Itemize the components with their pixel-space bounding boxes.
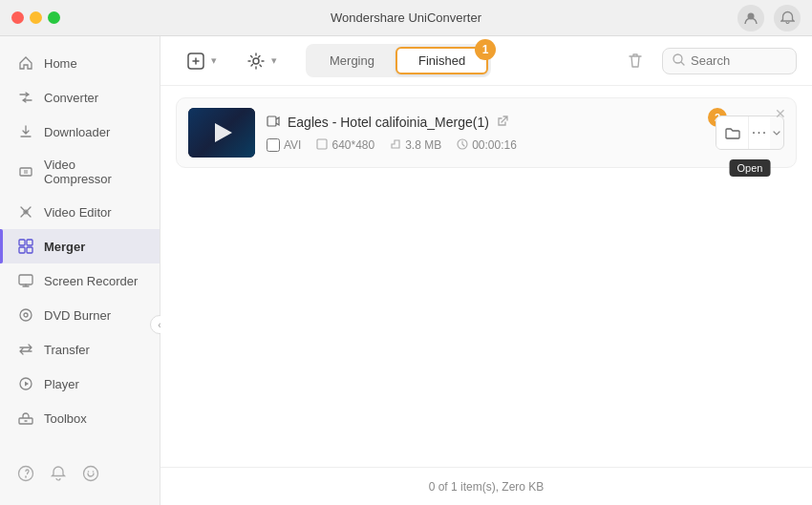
sidebar-label-video-compressor: Video Compressor [44, 158, 142, 186]
file-item: Eagles - Hotel califoinia_Merge(1) AVI [176, 97, 797, 168]
video-editor-icon [17, 203, 34, 221]
svg-rect-6 [27, 247, 32, 253]
merger-icon [17, 238, 34, 255]
status-bar: 0 of 1 item(s), Zero KB [160, 467, 812, 505]
dropdown-chevron[interactable] [770, 116, 783, 149]
duration-icon [457, 138, 468, 152]
size-icon [390, 138, 401, 152]
sidebar-item-transfer[interactable]: Transfer [0, 332, 160, 367]
minimize-window-button[interactable] [30, 11, 42, 24]
maximize-window-button[interactable] [48, 11, 60, 24]
svg-rect-4 [27, 240, 32, 245]
search-icon [673, 53, 685, 69]
step1-badge: 1 [475, 39, 496, 60]
sidebar-item-home[interactable]: Home [0, 46, 160, 80]
file-size: 3.8 MB [405, 138, 441, 152]
svg-rect-20 [317, 139, 327, 149]
video-compressor-icon [17, 163, 34, 180]
notification-icon[interactable] [774, 5, 801, 32]
tab-group: Merging Finished 1 [306, 44, 491, 77]
svg-rect-5 [19, 247, 25, 253]
titlebar-icons [737, 5, 801, 32]
file-resolution: 640*480 [331, 138, 374, 152]
app-title: Wondershare UniConverter [331, 11, 481, 25]
file-thumbnail [188, 108, 255, 158]
delete-button[interactable] [618, 44, 652, 78]
window-controls [11, 11, 60, 24]
file-duration: 00:00:16 [472, 138, 517, 152]
file-close-button[interactable]: ✕ [775, 106, 786, 121]
settings-button[interactable]: ▾ [236, 45, 287, 77]
sidebar-label-home: Home [44, 56, 77, 71]
bell-icon[interactable] [50, 465, 67, 486]
sidebar-item-screen-recorder[interactable]: Screen Recorder [0, 263, 160, 298]
sidebar-footer [0, 455, 160, 495]
svg-point-15 [93, 471, 95, 473]
sidebar-label-toolbox: Toolbox [44, 411, 87, 426]
svg-point-17 [253, 58, 259, 64]
feedback-icon[interactable] [82, 465, 99, 486]
sidebar-item-video-editor[interactable]: Video Editor [0, 195, 160, 229]
dvd-burner-icon [17, 306, 34, 324]
toolbar: ▾ ▾ Merging Finished 1 [160, 36, 812, 86]
open-tooltip: Open [730, 159, 771, 177]
sidebar-label-screen-recorder: Screen Recorder [44, 274, 138, 288]
content-area: ▾ ▾ Merging Finished 1 [160, 36, 812, 505]
sidebar-item-toolbox[interactable]: Toolbox [0, 401, 160, 435]
user-avatar[interactable] [737, 5, 764, 32]
sidebar-label-transfer: Transfer [44, 343, 90, 357]
settings-chevron-icon: ▾ [271, 54, 277, 67]
sidebar-label-dvd-burner: DVD Burner [44, 308, 111, 323]
more-options-button[interactable]: ··· [749, 116, 770, 149]
file-checkbox[interactable] [267, 138, 280, 152]
sidebar-label-converter: Converter [44, 91, 98, 105]
titlebar: Wondershare UniConverter [0, 0, 812, 36]
sidebar-nav: Home Converter Downloader [0, 46, 160, 435]
file-list: Eagles - Hotel califoinia_Merge(1) AVI [160, 86, 812, 467]
add-file-button[interactable]: ▾ [176, 45, 226, 77]
svg-point-12 [19, 467, 33, 481]
resolution-icon [316, 138, 328, 152]
toolbox-icon [17, 410, 34, 427]
close-window-button[interactable] [11, 11, 24, 24]
svg-point-13 [84, 467, 98, 481]
search-box [662, 48, 797, 74]
svg-rect-1 [20, 168, 32, 176]
open-folder-button[interactable] [716, 116, 749, 149]
sidebar-label-downloader: Downloader [44, 125, 110, 139]
sidebar: Home Converter Downloader [0, 36, 160, 505]
svg-rect-7 [19, 275, 32, 284]
sidebar-item-dvd-burner[interactable]: DVD Burner ‹ [0, 298, 160, 332]
player-icon [17, 375, 34, 392]
sidebar-label-player: Player [44, 377, 79, 391]
svg-rect-3 [19, 240, 25, 245]
file-title: Eagles - Hotel califoinia_Merge(1) [288, 115, 489, 130]
svg-point-9 [24, 313, 28, 317]
sidebar-label-video-editor: Video Editor [44, 205, 112, 220]
tab-merging[interactable]: Merging [309, 47, 395, 74]
file-format: AVI [284, 138, 301, 152]
add-chevron-icon: ▾ [211, 54, 217, 67]
video-format-icon [267, 115, 280, 131]
svg-rect-19 [267, 116, 276, 126]
svg-point-8 [20, 309, 32, 321]
search-input[interactable] [691, 53, 786, 68]
status-text: 0 of 1 item(s), Zero KB [429, 480, 545, 494]
sidebar-item-video-compressor[interactable]: Video Compressor [0, 149, 160, 195]
sidebar-item-converter[interactable]: Converter [0, 80, 160, 115]
sidebar-item-merger[interactable]: Merger [0, 229, 160, 263]
help-icon[interactable] [17, 465, 34, 486]
screen-recorder-icon [17, 272, 34, 289]
sidebar-item-player[interactable]: Player [0, 367, 160, 401]
file-info: Eagles - Hotel califoinia_Merge(1) AVI [267, 115, 704, 152]
external-link-icon[interactable] [497, 116, 508, 130]
transfer-icon [17, 341, 34, 358]
home-icon [17, 54, 34, 72]
converter-icon [17, 89, 34, 106]
svg-point-14 [88, 471, 90, 473]
file-meta: AVI 640*480 3.8 MB [267, 138, 704, 152]
play-icon [215, 123, 232, 142]
downloader-icon [17, 123, 34, 140]
sidebar-item-downloader[interactable]: Downloader [0, 115, 160, 149]
sidebar-label-merger: Merger [44, 240, 85, 254]
